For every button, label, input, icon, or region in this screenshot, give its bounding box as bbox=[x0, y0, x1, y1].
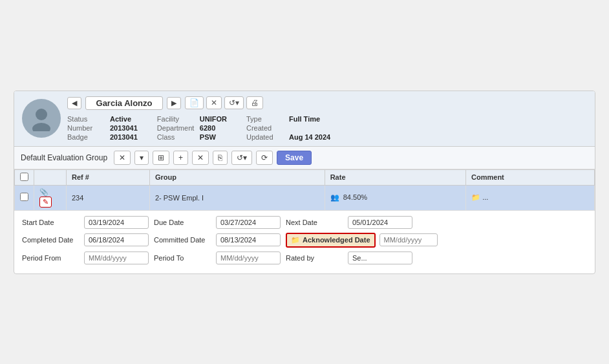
info-col-1: Status Active Number 2013041 Badge 20130… bbox=[67, 115, 138, 141]
row-edit-cell: 📎 ✎ bbox=[34, 185, 67, 210]
start-date-input[interactable] bbox=[84, 216, 149, 229]
status-row: Status Active bbox=[67, 115, 138, 123]
badge-row: Badge 2013041 bbox=[67, 133, 138, 141]
department-value: 6280 bbox=[200, 124, 215, 132]
class-value: PSW bbox=[200, 133, 216, 141]
number-value: 2013041 bbox=[110, 124, 138, 132]
header-icons: 📄 ✕ ↺▾ 🖨 bbox=[185, 96, 263, 109]
completed-date-input[interactable] bbox=[84, 233, 149, 246]
copy-button[interactable]: ⎘ bbox=[213, 151, 228, 165]
number-row: Number 2013041 bbox=[67, 124, 138, 132]
edit-button[interactable]: ✎ bbox=[39, 197, 52, 208]
info-col-2: Facility UNIFOR Department 6280 Class PS… bbox=[157, 115, 227, 141]
refresh-button[interactable]: ⟳ bbox=[256, 151, 273, 165]
rated-by-group: Rated by bbox=[286, 252, 412, 264]
due-date-input[interactable] bbox=[216, 216, 281, 229]
form-row-1: Start Date Due Date Next Date bbox=[22, 216, 587, 229]
row-checkbox[interactable] bbox=[20, 193, 28, 201]
dropdown-button[interactable]: ▾ bbox=[134, 151, 149, 165]
period-from-group: Period From bbox=[22, 252, 149, 264]
number-label: Number bbox=[67, 124, 106, 132]
group-header: Group bbox=[149, 169, 325, 185]
header-nav: ◀ Garcia Alonzo ▶ 📄 ✕ ↺▾ 🖨 Status Active bbox=[67, 96, 587, 141]
clip-icon: 📎 bbox=[39, 188, 48, 196]
table-row: 📎 ✎ 234 2- PSW Empl. I 👥 84.50% 📁 ... bbox=[15, 185, 595, 210]
people-icon: 👥 bbox=[330, 193, 339, 201]
status-value: Active bbox=[110, 115, 131, 123]
add-button[interactable]: + bbox=[173, 151, 188, 165]
next-date-group: Next Date bbox=[286, 216, 412, 229]
due-date-label: Due Date bbox=[154, 219, 212, 226]
undo-button[interactable]: ↺▾ bbox=[231, 151, 252, 165]
rate-header: Rate bbox=[325, 169, 465, 185]
committed-date-label: Committed Date bbox=[154, 236, 212, 244]
employee-name: Garcia Alonzo bbox=[85, 96, 163, 110]
status-label: Status bbox=[67, 115, 106, 123]
prev-button[interactable]: ◀ bbox=[67, 97, 81, 109]
svg-point-0 bbox=[36, 109, 47, 120]
grid-button[interactable]: ⊞ bbox=[153, 151, 169, 165]
refresh-icon-btn[interactable]: ↺▾ bbox=[224, 96, 244, 109]
info-col-3: Type Full Time Created Updated Aug 14 20… bbox=[246, 115, 330, 141]
close-icon-btn[interactable]: ✕ bbox=[206, 96, 222, 109]
type-row: Type Full Time bbox=[246, 115, 330, 123]
main-table: Ref # Group Rate Comment 📎 ✎ 234 2- bbox=[14, 169, 595, 211]
acknowledged-date-label[interactable]: 📁 Acknowledged Date bbox=[286, 233, 376, 248]
updated-label: Updated bbox=[246, 133, 285, 141]
table-header-row: Ref # Group Rate Comment bbox=[15, 169, 595, 185]
row-checkbox-cell bbox=[15, 185, 34, 210]
ref-header: Ref # bbox=[67, 169, 150, 185]
facility-label: Facility bbox=[157, 115, 196, 123]
type-label: Type bbox=[246, 115, 285, 123]
avatar bbox=[22, 99, 61, 138]
select-all-checkbox[interactable] bbox=[20, 173, 28, 181]
nav-top: ◀ Garcia Alonzo ▶ 📄 ✕ ↺▾ 🖨 bbox=[67, 96, 587, 110]
clear-button[interactable]: ✕ bbox=[114, 151, 131, 165]
period-from-label: Period From bbox=[22, 254, 80, 262]
edit-header bbox=[34, 169, 67, 185]
next-button[interactable]: ▶ bbox=[167, 97, 181, 109]
group-label: Default Evaluation Group bbox=[21, 153, 107, 162]
acknowledged-date-text: Acknowledged Date bbox=[303, 236, 370, 244]
form-row-2: Completed Date Committed Date 📁 Acknowle… bbox=[22, 233, 587, 248]
completed-date-label: Completed Date bbox=[22, 236, 80, 244]
rated-by-input[interactable] bbox=[348, 252, 412, 264]
comment-cell: 📁 ... bbox=[466, 185, 595, 210]
form-row-3: Period From Period To Rated by bbox=[22, 252, 587, 264]
next-date-input[interactable] bbox=[348, 216, 412, 229]
comment-value: ... bbox=[482, 193, 488, 201]
due-date-group: Due Date bbox=[154, 216, 281, 229]
created-row: Created bbox=[246, 124, 330, 132]
type-value: Full Time bbox=[289, 115, 320, 123]
save-button[interactable]: Save bbox=[277, 151, 312, 165]
completed-date-group: Completed Date bbox=[22, 233, 149, 246]
facility-value: UNIFOR bbox=[200, 115, 227, 123]
badge-label: Badge bbox=[67, 133, 106, 141]
period-to-input[interactable] bbox=[216, 252, 281, 264]
svg-point-1 bbox=[32, 123, 50, 131]
folder-icon: 📁 bbox=[471, 193, 480, 201]
updated-row: Updated Aug 14 2024 bbox=[246, 133, 330, 141]
comment-header: Comment bbox=[466, 169, 595, 185]
period-from-input[interactable] bbox=[84, 252, 149, 264]
rate-cell: 👥 84.50% bbox=[325, 185, 465, 210]
rate-value: 84.50% bbox=[343, 193, 367, 201]
updated-value: Aug 14 2024 bbox=[289, 133, 330, 141]
ref-cell: 234 bbox=[67, 185, 150, 210]
rated-by-label: Rated by bbox=[286, 254, 344, 262]
badge-value: 2013041 bbox=[110, 133, 138, 141]
department-row: Department 6280 bbox=[157, 124, 227, 132]
class-row: Class PSW bbox=[157, 133, 227, 141]
header-info: Status Active Number 2013041 Badge 20130… bbox=[67, 115, 587, 141]
acknowledged-date-input[interactable] bbox=[379, 233, 438, 246]
class-label: Class bbox=[157, 133, 196, 141]
committed-date-input[interactable] bbox=[216, 233, 281, 246]
start-date-label: Start Date bbox=[22, 219, 80, 226]
document-icon-btn[interactable]: 📄 bbox=[185, 96, 204, 109]
table-container: Ref # Group Rate Comment 📎 ✎ 234 2- bbox=[14, 169, 595, 211]
print-icon-btn[interactable]: 🖨 bbox=[246, 96, 263, 109]
acknowledged-date-group: 📁 Acknowledged Date bbox=[286, 233, 438, 248]
group-cell: 2- PSW Empl. I bbox=[149, 185, 325, 210]
detail-form: Start Date Due Date Next Date Completed … bbox=[14, 211, 595, 273]
delete-button[interactable]: ✕ bbox=[192, 151, 209, 165]
